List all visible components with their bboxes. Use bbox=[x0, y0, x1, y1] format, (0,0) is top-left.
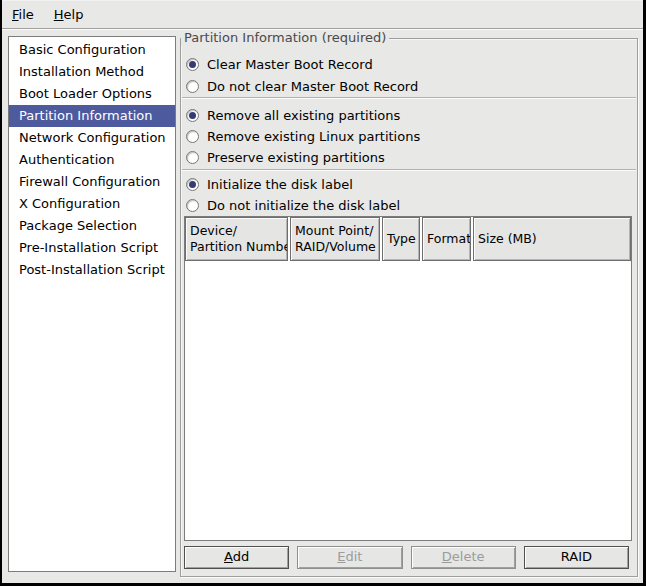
add-button[interactable]: Add bbox=[184, 546, 289, 569]
menubar: File Help bbox=[2, 1, 643, 28]
section-list: Basic Configuration Installation Method … bbox=[8, 36, 176, 572]
column-header-line: Format bbox=[427, 231, 466, 247]
radio-remove-linux-partitions[interactable]: Remove existing Linux partitions bbox=[186, 126, 420, 147]
radio-label: Remove existing Linux partitions bbox=[207, 129, 420, 144]
radio-initialize-disk-label[interactable]: Initialize the disk label bbox=[186, 174, 353, 195]
separator bbox=[182, 97, 636, 98]
sidebar-item-partition-information[interactable]: Partition Information bbox=[9, 105, 175, 127]
radio-clear-mbr[interactable]: Clear Master Boot Record bbox=[186, 54, 373, 75]
radio-button-icon bbox=[186, 199, 199, 212]
radio-button-icon bbox=[186, 151, 199, 164]
radio-label: Do not clear Master Boot Record bbox=[207, 79, 418, 94]
radio-do-not-clear-mbr[interactable]: Do not clear Master Boot Record bbox=[186, 76, 418, 97]
delete-button[interactable]: Delete bbox=[411, 546, 516, 569]
radio-remove-all-partitions[interactable]: Remove all existing partitions bbox=[186, 105, 400, 126]
radio-preserve-partitions[interactable]: Preserve existing partitions bbox=[186, 147, 385, 168]
sidebar-item-pre-installation-script[interactable]: Pre-Installation Script bbox=[9, 237, 175, 259]
radio-button-icon bbox=[186, 130, 199, 143]
frame-title: Partition Information (required) bbox=[181, 30, 389, 46]
column-header-size-mb[interactable]: Size (MB) bbox=[473, 217, 631, 261]
sidebar-item-authentication[interactable]: Authentication bbox=[9, 149, 175, 171]
menubar-separator bbox=[2, 28, 643, 29]
edit-button[interactable]: Edit bbox=[297, 546, 402, 569]
column-header-format[interactable]: Format bbox=[422, 217, 471, 261]
sidebar-item-basic-configuration[interactable]: Basic Configuration bbox=[9, 39, 175, 61]
radio-do-not-initialize-disk-label[interactable]: Do not initialize the disk label bbox=[186, 195, 400, 216]
partition-list-area[interactable] bbox=[185, 261, 631, 540]
sidebar-item-network-configuration[interactable]: Network Configuration bbox=[9, 127, 175, 149]
column-header-line: Type bbox=[387, 231, 415, 247]
radio-button-icon bbox=[186, 80, 199, 93]
radio-label: Initialize the disk label bbox=[207, 177, 353, 192]
partition-table-header: Device/ Partition Number Mount Point/ RA… bbox=[185, 217, 631, 261]
radio-button-icon bbox=[186, 58, 199, 71]
radio-button-icon bbox=[186, 178, 199, 191]
column-header-line: RAID/Volume bbox=[295, 239, 375, 255]
sidebar-item-x-configuration[interactable]: X Configuration bbox=[9, 193, 175, 215]
column-header-device-partition-number[interactable]: Device/ Partition Number bbox=[185, 217, 288, 261]
column-header-line: Device/ bbox=[190, 223, 283, 239]
kickstart-configurator-window: File Help Basic Configuration Installati… bbox=[0, 0, 646, 586]
column-header-type[interactable]: Type bbox=[382, 217, 420, 261]
sidebar-item-post-installation-script[interactable]: Post-Installation Script bbox=[9, 259, 175, 281]
sidebar-item-boot-loader-options[interactable]: Boot Loader Options bbox=[9, 83, 175, 105]
radio-label: Remove all existing partitions bbox=[207, 108, 400, 123]
partition-table: Device/ Partition Number Mount Point/ RA… bbox=[184, 216, 632, 541]
menu-file[interactable]: File bbox=[2, 3, 44, 26]
radio-label: Clear Master Boot Record bbox=[207, 57, 373, 72]
table-action-buttons: Add Edit Delete RAID bbox=[184, 546, 629, 569]
separator bbox=[182, 169, 636, 170]
sidebar-item-package-selection[interactable]: Package Selection bbox=[9, 215, 175, 237]
menu-help[interactable]: Help bbox=[44, 3, 94, 26]
column-header-line: Mount Point/ bbox=[295, 223, 375, 239]
sidebar-item-installation-method[interactable]: Installation Method bbox=[9, 61, 175, 83]
radio-label: Do not initialize the disk label bbox=[207, 198, 400, 213]
column-header-mount-point-raid-volume[interactable]: Mount Point/ RAID/Volume bbox=[290, 217, 380, 261]
sidebar-item-firewall-configuration[interactable]: Firewall Configuration bbox=[9, 171, 175, 193]
column-header-line: Partition Number bbox=[190, 239, 283, 255]
raid-button[interactable]: RAID bbox=[524, 546, 629, 569]
radio-button-icon bbox=[186, 109, 199, 122]
column-header-line: Size (MB) bbox=[478, 231, 626, 247]
radio-label: Preserve existing partitions bbox=[207, 150, 385, 165]
